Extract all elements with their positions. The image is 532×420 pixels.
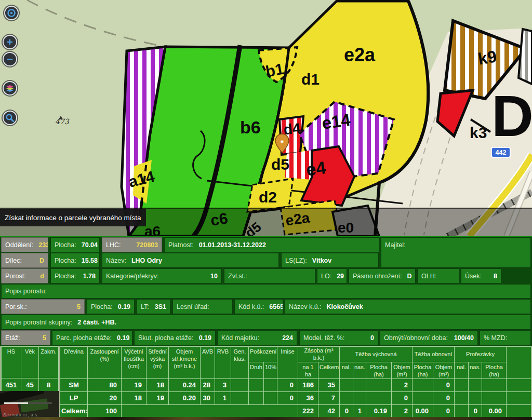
map-canvas[interactable]: 473 b1 d1 e2a b6 d4 e14 d5 e4 a14 d2 c6 … — [0, 0, 532, 236]
field-label: Kategorie/překryv: — [106, 273, 158, 280]
total-spacer — [122, 404, 298, 417]
field-lesni-urad: Lesní úřad: — [172, 299, 233, 314]
col-nas-pro: nas. — [469, 362, 482, 379]
stand-label-e2a-low: e2a — [285, 209, 311, 228]
cell — [249, 391, 264, 404]
cell — [413, 391, 433, 404]
layers-button[interactable] — [3, 81, 17, 96]
cell: 2 — [392, 404, 413, 417]
cell — [231, 378, 249, 391]
cell — [366, 378, 392, 391]
col-plocha-pro: Plocha (ha) — [482, 362, 507, 379]
total-label: Celkem: — [60, 404, 88, 417]
cell — [507, 391, 531, 404]
field-label: Porost: — [5, 273, 26, 280]
cell: 36 — [298, 391, 318, 404]
app-window: 473 b1 d1 e2a b6 d4 e14 d5 e4 a14 d2 c6 … — [0, 0, 532, 420]
field-value: 01.01.2013-31.12.2022 — [199, 241, 266, 249]
zoom-out-button[interactable]: − — [3, 52, 17, 66]
field-zvlst: Zvl.st.: — [224, 268, 315, 283]
cell: 30 — [201, 391, 215, 404]
cell: 2 — [392, 378, 413, 391]
stand-label-k9: k9 — [476, 47, 498, 69]
zakm-value: 8 — [39, 378, 59, 391]
field-plocha-porost: Plocha:1.78 — [50, 268, 100, 283]
group-tezba-obnovni: Těžba obnovní — [413, 347, 455, 362]
elevation-label: 473 — [55, 117, 70, 126]
field-porsk[interactable]: Por.sk.:5 — [1, 299, 85, 314]
col-stredni: Střední výška (m) — [147, 347, 169, 379]
field-value: Vítkov — [312, 257, 332, 264]
field-label: Název: — [106, 257, 126, 264]
field-label: Plocha: — [55, 257, 76, 264]
col-vycetni: Výčetní tloušťka (cm) — [122, 347, 147, 379]
field-label: Kód majetku: — [221, 334, 259, 342]
field-value: 29 — [337, 273, 344, 280]
total-zastoupeni: 100 — [88, 404, 122, 417]
field-label: LT: — [141, 303, 149, 310]
cell — [340, 391, 353, 404]
field-label: Platnost: — [168, 241, 194, 249]
field-label: LO: — [321, 273, 331, 280]
stand-label-e4: e4 — [305, 157, 327, 180]
field-label: Model. těž. %: — [303, 334, 344, 342]
field-label: Pásmo ohrožení: — [353, 273, 402, 280]
cell — [455, 391, 469, 404]
field-oddeleni[interactable]: Oddělení:233 — [1, 237, 48, 252]
map-view[interactable]: 473 b1 d1 e2a b6 d4 e14 d5 e4 a14 d2 c6 … — [0, 0, 532, 236]
cell: SM — [60, 378, 88, 391]
cell: 0 — [340, 404, 353, 417]
cell — [366, 391, 392, 404]
field-value: 70.04 — [82, 241, 98, 249]
stand-label-b1: b1 — [264, 60, 285, 80]
cell — [469, 378, 482, 391]
cell: LP — [60, 391, 88, 404]
field-platnost: Platnost:01.01.2013-31.12.2022 — [164, 237, 379, 252]
table-row-sm: SM 80 19 18 0.24 28 3 0 186 35 2 0 — [60, 378, 531, 391]
field-label: Popis porostu: — [5, 288, 47, 295]
field-etaz[interactable]: Etáž:5 — [1, 330, 50, 345]
table-row-lp: LP 20 18 19 0.20 30 1 0 36 7 0 0 — [60, 391, 531, 404]
field-label: Majitel: — [385, 241, 406, 249]
field-dilec[interactable]: Dílec:D — [1, 253, 48, 268]
cell: 1 — [353, 404, 366, 417]
col-celkem: Celkem — [318, 362, 340, 379]
road-badge-number: 442 — [496, 149, 507, 156]
cell — [507, 404, 531, 417]
cell: 19 — [147, 391, 169, 404]
field-value: 15.58 — [82, 257, 98, 264]
col-gen-klas: Gen. klas. — [231, 347, 249, 379]
map-corner-underlay: Seznam.cz, a.s. — [0, 391, 59, 420]
locate-button[interactable] — [4, 6, 19, 20]
search-button[interactable] — [3, 111, 17, 125]
field-popis-skupiny: Popis porostní skupiny:2 části. +HB. — [1, 315, 531, 330]
cell — [264, 378, 277, 391]
cell: 19 — [122, 378, 147, 391]
cell — [469, 391, 482, 404]
cell: 18 — [147, 378, 169, 391]
field-plocha-oddeleni: Plocha:70.04 — [50, 237, 100, 252]
field-value: 0.19 — [199, 334, 211, 342]
cell — [231, 391, 249, 404]
field-value: 3S1 — [155, 303, 166, 310]
field-label: Popis porostní skupiny: — [5, 319, 72, 326]
field-lt: LT:3S1 — [137, 299, 170, 314]
field-value: 2 části. +HB. — [77, 319, 116, 326]
field-porost[interactable]: Porost:d — [1, 268, 48, 283]
svg-text:*: * — [281, 138, 284, 147]
col-druh: Druh — [249, 362, 264, 379]
cell: 0 — [433, 378, 455, 391]
col-nal-vych: nal. — [340, 362, 353, 379]
area-letter: D — [491, 84, 532, 148]
cell: 0 — [277, 391, 298, 404]
cell: 80 — [88, 378, 122, 391]
stand-label-a6: a6 — [144, 223, 161, 236]
field-lhc[interactable]: LHC:720803 — [102, 237, 162, 252]
zoom-in-button[interactable]: + — [3, 35, 17, 49]
field-label: Úsek: — [465, 273, 482, 280]
group-zasoba: Zásoba (m³ b.k.) — [298, 347, 340, 362]
cell — [455, 378, 469, 391]
species-table: Dřevina Zastoupení (%) Výčetní tloušťka … — [60, 346, 531, 418]
cell — [353, 391, 366, 404]
field-value: 100/40 — [454, 334, 474, 342]
